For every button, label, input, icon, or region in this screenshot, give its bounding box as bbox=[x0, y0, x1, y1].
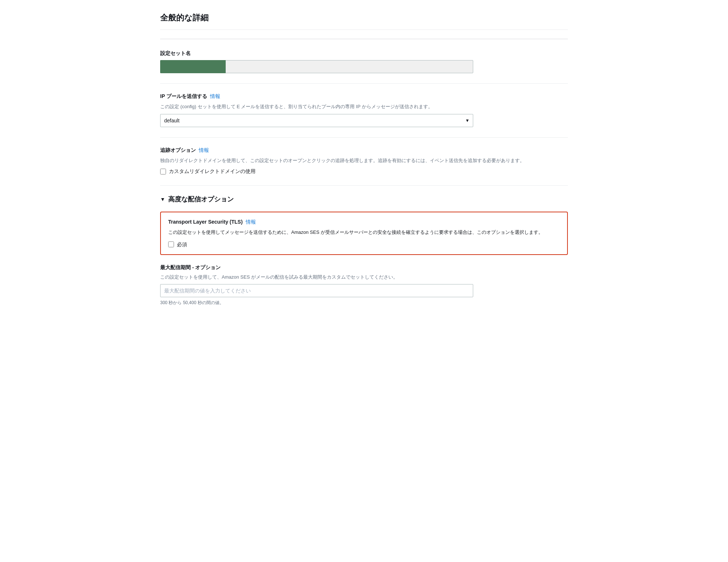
divider-3 bbox=[160, 185, 568, 186]
ip-pool-info-link[interactable]: 情報 bbox=[210, 93, 220, 100]
ip-pool-label: IP プールを送信する bbox=[160, 93, 207, 100]
max-delivery-hint: 300 秒から 50,400 秒の間の値。 bbox=[160, 299, 568, 306]
config-name-section: 設定セット名 bbox=[160, 50, 568, 73]
tracking-label: 追跡オプション bbox=[160, 146, 196, 154]
tracking-label-row: 追跡オプション 情報 bbox=[160, 146, 568, 154]
tracking-checkbox-label[interactable]: カスタムリダイレクトドメインの使用 bbox=[169, 168, 256, 175]
chevron-down-icon: ▼ bbox=[160, 196, 165, 203]
page-container: 全般的な詳細 設定セット名 IP プールを送信する 情報 この設定 (confi… bbox=[146, 0, 582, 318]
ip-pool-description: この設定 (config) セットを使用して E メールを送信すると、割り当てら… bbox=[160, 103, 568, 110]
ip-pool-label-row: IP プールを送信する 情報 bbox=[160, 93, 568, 100]
config-name-label: 設定セット名 bbox=[160, 50, 568, 57]
tracking-section: 追跡オプション 情報 独自のリダイレクトドメインを使用して、この設定セットのオー… bbox=[160, 146, 568, 176]
max-delivery-description: この設定セットを使用して、Amazon SES がメールの配信を試みる最大期間を… bbox=[160, 274, 568, 281]
divider-1 bbox=[160, 83, 568, 84]
advanced-section-header[interactable]: ▼ 高度な配信オプション bbox=[160, 194, 568, 204]
tracking-checkbox[interactable] bbox=[160, 169, 166, 174]
config-name-field-wrapper bbox=[160, 60, 473, 73]
tls-description: この設定セットを使用してメッセージを送信するために、Amazon SES が受信… bbox=[168, 229, 560, 236]
tls-title: Transport Layer Security (TLS) bbox=[168, 218, 243, 226]
ip-pool-select[interactable]: default bbox=[160, 114, 473, 127]
config-name-mask bbox=[160, 60, 226, 73]
tls-checkbox-row: 必須 bbox=[168, 241, 560, 248]
ip-pool-select-wrapper: default ▼ bbox=[160, 114, 473, 127]
max-delivery-input[interactable] bbox=[160, 284, 473, 297]
tls-checkbox-label[interactable]: 必須 bbox=[177, 241, 187, 248]
advanced-section: ▼ 高度な配信オプション Transport Layer Security (T… bbox=[160, 194, 568, 306]
ip-pool-section: IP プールを送信する 情報 この設定 (config) セットを使用して E … bbox=[160, 93, 568, 127]
section-title: 全般的な詳細 bbox=[160, 12, 568, 30]
tls-info-link[interactable]: 情報 bbox=[246, 218, 256, 226]
tls-title-row: Transport Layer Security (TLS) 情報 bbox=[168, 218, 560, 226]
top-divider bbox=[160, 39, 568, 39]
advanced-section-title: 高度な配信オプション bbox=[168, 194, 234, 204]
max-delivery-title: 最大配信期間 - オプション bbox=[160, 264, 568, 271]
tracking-description: 独自のリダイレクトドメインを使用して、この設定セットのオープンとクリックの追跡を… bbox=[160, 157, 568, 164]
divider-2 bbox=[160, 137, 568, 138]
max-delivery-section: 最大配信期間 - オプション この設定セットを使用して、Amazon SES が… bbox=[160, 264, 568, 306]
tracking-info-link[interactable]: 情報 bbox=[199, 146, 209, 154]
tls-box: Transport Layer Security (TLS) 情報 この設定セッ… bbox=[160, 212, 568, 255]
tracking-checkbox-row: カスタムリダイレクトドメインの使用 bbox=[160, 168, 568, 175]
tls-checkbox[interactable] bbox=[168, 241, 174, 247]
